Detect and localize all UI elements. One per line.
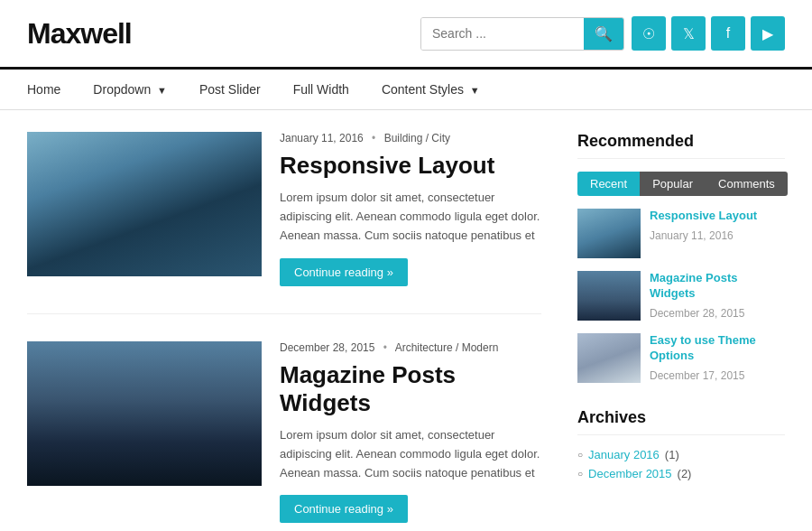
sidebar-post-2-info: Magazine Posts Widgets December 28, 2015 (650, 271, 785, 321)
post-1-body: January 11, 2016 • Building / City Respo… (280, 132, 541, 286)
dropdown-arrow-icon: ▼ (157, 85, 167, 96)
tab-comments[interactable]: Comments (706, 172, 788, 196)
nav-link-content-styles[interactable]: Content Styles ▼ (365, 70, 496, 109)
post-2-category: Architecture / Modern (395, 341, 499, 354)
social-icons: ☉ 𝕏 f ▶ (632, 16, 785, 51)
tab-popular[interactable]: Popular (640, 172, 706, 196)
post-1-read-more[interactable]: Continue reading » (280, 258, 408, 286)
archive-item-1: January 2016 (1) (577, 448, 785, 461)
rss-icon[interactable]: ☉ (632, 16, 666, 51)
content-area: January 11, 2016 • Building / City Respo… (27, 132, 541, 531)
search-button[interactable]: 🔍 (584, 18, 623, 50)
nav-link-full-width[interactable]: Full Width (277, 70, 365, 109)
header-right: 🔍 ☉ 𝕏 f ▶ (420, 16, 785, 51)
post-1-bullet: • (372, 132, 375, 144)
nav-item-dropdown[interactable]: Dropdown ▼ (77, 70, 183, 109)
search-form: 🔍 (420, 17, 624, 51)
sidebar-post-1-info: Responsive Layout January 11, 2016 (650, 209, 785, 258)
post-1-title: Responsive Layout (280, 152, 541, 180)
post-2-meta: December 28, 2015 • Architecture / Moder… (280, 341, 541, 354)
facebook-icon[interactable]: f (711, 16, 745, 51)
nav-item-home[interactable]: Home (27, 70, 77, 109)
post-2-title: Magazine Posts Widgets (280, 361, 541, 417)
content-styles-arrow-icon: ▼ (470, 85, 480, 96)
post-2-excerpt: Lorem ipsum dolor sit amet, consectetuer… (280, 426, 541, 482)
post-1: January 11, 2016 • Building / City Respo… (27, 132, 541, 314)
twitter-icon[interactable]: 𝕏 (671, 16, 706, 51)
post-2-bullet: • (383, 341, 387, 354)
archives-list: January 2016 (1) December 2015 (2) (577, 448, 785, 480)
archive-count-dec2015: (2) (678, 467, 692, 480)
post-2-thumbnail (27, 341, 262, 486)
archive-count-jan2016: (1) (665, 448, 679, 461)
nav-link-post-slider[interactable]: Post Slider (183, 70, 277, 109)
sidebar-post-2-title[interactable]: Magazine Posts Widgets (650, 271, 785, 302)
sidebar-post-1-date: January 11, 2016 (650, 229, 734, 242)
main-container: January 11, 2016 • Building / City Respo… (0, 110, 812, 531)
archive-link-jan2016[interactable]: January 2016 (588, 448, 660, 461)
archive-item-2: December 2015 (2) (577, 467, 785, 480)
nav-item-post-slider[interactable]: Post Slider (183, 70, 277, 109)
site-header: Maxwell 🔍 ☉ 𝕏 f ▶ (0, 0, 812, 67)
post-2-body: December 28, 2015 • Architecture / Moder… (280, 341, 541, 524)
post-1-category: Building / City (384, 132, 450, 144)
recommended-title: Recommended (577, 132, 785, 159)
archives-section: Archives January 2016 (1) December 2015 … (577, 408, 785, 480)
sidebar-post-3-thumbnail (577, 333, 641, 383)
sidebar-post-3-title[interactable]: Easy to use Theme Options (650, 333, 785, 364)
post-2-read-more[interactable]: Continue reading » (280, 495, 408, 523)
site-title: Maxwell (27, 17, 132, 51)
post-1-thumbnail (27, 132, 262, 276)
sidebar-post-1-thumbnail (577, 209, 641, 258)
tab-recent[interactable]: Recent (577, 172, 640, 196)
recommended-section: Recommended Recent Popular Comments Resp… (577, 132, 785, 383)
nav-list: Home Dropdown ▼ Post Slider Full Width C… (27, 70, 785, 109)
post-1-excerpt: Lorem ipsum dolor sit amet, consectetuer… (280, 189, 541, 245)
nav-link-home[interactable]: Home (27, 70, 77, 109)
navigation: Home Dropdown ▼ Post Slider Full Width C… (0, 67, 812, 110)
sidebar-post-3-info: Easy to use Theme Options December 17, 2… (650, 333, 785, 383)
post-1-image (27, 132, 262, 286)
nav-link-dropdown[interactable]: Dropdown ▼ (77, 70, 183, 109)
sidebar: Recommended Recent Popular Comments Resp… (577, 132, 785, 531)
nav-item-content-styles[interactable]: Content Styles ▼ (365, 70, 496, 109)
nav-item-full-width[interactable]: Full Width (277, 70, 365, 109)
search-input[interactable] (421, 18, 584, 50)
sidebar-tabs: Recent Popular Comments (577, 172, 785, 196)
sidebar-post-2-date: December 28, 2015 (650, 307, 744, 320)
youtube-icon[interactable]: ▶ (751, 16, 785, 51)
post-1-date: January 11, 2016 (280, 132, 364, 144)
post-2-date: December 28, 2015 (280, 341, 374, 354)
sidebar-post-3: Easy to use Theme Options December 17, 2… (577, 333, 785, 383)
archives-title: Archives (577, 408, 785, 435)
post-2: December 28, 2015 • Architecture / Moder… (27, 341, 541, 531)
sidebar-post-2-thumbnail (577, 271, 641, 321)
post-2-image (27, 341, 262, 524)
sidebar-post-2: Magazine Posts Widgets December 28, 2015 (577, 271, 785, 321)
post-1-meta: January 11, 2016 • Building / City (280, 132, 541, 144)
sidebar-post-3-date: December 17, 2015 (650, 369, 744, 382)
sidebar-post-1-title[interactable]: Responsive Layout (650, 209, 785, 224)
sidebar-post-1: Responsive Layout January 11, 2016 (577, 209, 785, 258)
archive-link-dec2015[interactable]: December 2015 (588, 467, 672, 480)
